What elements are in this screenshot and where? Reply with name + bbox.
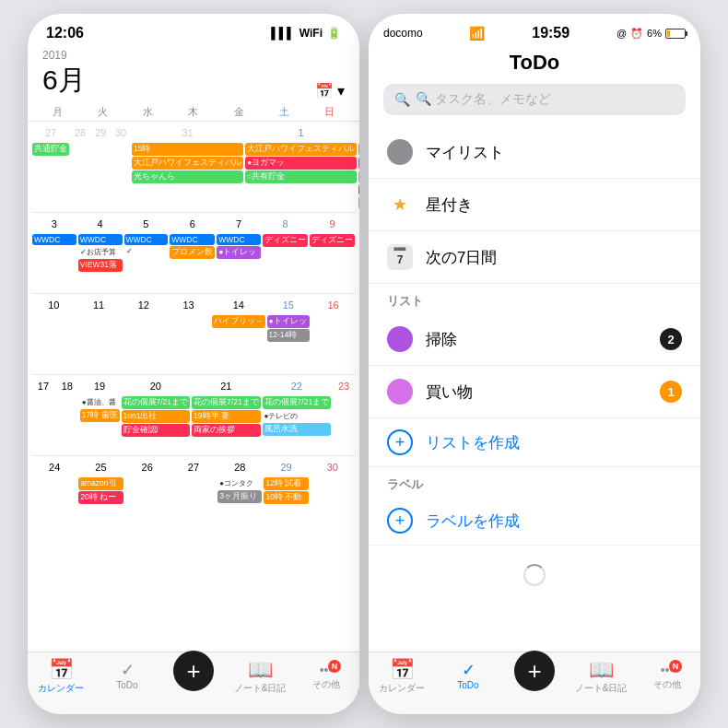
day-number: 3 bbox=[45, 215, 64, 233]
mylist-row[interactable]: マイリスト bbox=[369, 126, 700, 179]
day-number: 11 bbox=[89, 296, 108, 314]
cal-day[interactable]: 29 bbox=[90, 122, 111, 212]
cal-day[interactable]: 5 WWDC ✓ bbox=[123, 213, 170, 293]
kaimono-row[interactable]: 買い物 1 bbox=[369, 366, 700, 418]
battery-tip bbox=[686, 31, 687, 36]
day-number: 29 bbox=[277, 458, 296, 476]
kaimono-badge: 1 bbox=[660, 381, 682, 403]
cal-event: ●ヨガマッ bbox=[245, 157, 357, 170]
tab-calendar-label: カレンダー bbox=[38, 682, 84, 695]
cal-day[interactable]: 30 bbox=[111, 122, 131, 212]
status-right-icons: @ ⏰ 6% bbox=[616, 28, 686, 40]
lists-section-label: リスト bbox=[369, 284, 700, 313]
weekday-mon: 月 bbox=[35, 103, 80, 121]
notification-badge-left: N bbox=[328, 660, 341, 673]
tab-add-right[interactable]: + bbox=[501, 660, 568, 691]
cal-day[interactable]: 13 bbox=[166, 294, 211, 374]
day-number: 15 bbox=[279, 296, 298, 314]
signal-icon: ▌▌▌ bbox=[271, 27, 295, 40]
cal-day[interactable]: 3 WWDC bbox=[31, 213, 77, 293]
cal-day[interactable]: 29 12時 試着 10時 不動 bbox=[263, 456, 309, 537]
tab-notes-label-right: ノート&日記 bbox=[575, 682, 628, 695]
starred-row[interactable]: ★ 星付き bbox=[369, 179, 700, 231]
add-label-row[interactable]: + ラベルを作成 bbox=[369, 497, 700, 546]
add-list-row[interactable]: + リストを作成 bbox=[369, 418, 700, 467]
search-bar[interactable]: 🔍 🔍 タスク名、メモなど bbox=[383, 84, 686, 115]
cal-day[interactable]: 30 bbox=[310, 456, 356, 537]
tab-calendar-right[interactable]: 📅 カレンダー bbox=[369, 660, 435, 695]
cal-day[interactable]: 2 大江戸ハワイフェスティバル 色彩心理 SBI→ハイ SK サントリー bbox=[358, 122, 359, 212]
weekday-sun: 日 bbox=[307, 103, 352, 121]
calendar-week-2: 3 WWDC 4 WWDC ✓お店予算 VIEW31落 5 WWDC ✓ 6 W… bbox=[31, 213, 356, 294]
tab-todo-left[interactable]: ✓ ToDo bbox=[94, 660, 160, 690]
cal-day[interactable]: 17 bbox=[31, 375, 55, 455]
cal-event: amazon引 bbox=[78, 477, 123, 490]
cal-day[interactable]: 9 ディズニー bbox=[309, 213, 356, 293]
cal-day[interactable]: 18 bbox=[55, 375, 79, 455]
search-placeholder: 🔍 タスク名、メモなど bbox=[416, 91, 551, 108]
tab-todo-right[interactable]: ✓ ToDo bbox=[435, 660, 501, 690]
cal-day[interactable]: 16 bbox=[311, 294, 356, 374]
cal-day[interactable]: 23 bbox=[332, 375, 356, 455]
starred-label: 星付き bbox=[426, 194, 682, 216]
cal-day[interactable]: 1 大江戸ハワイフェスティバル ●ヨガマッ ○共有貯金 bbox=[244, 122, 358, 212]
cal-event: WWDC bbox=[170, 234, 215, 245]
cal-day[interactable]: 11 bbox=[76, 294, 122, 374]
add-button-right[interactable]: + bbox=[514, 651, 555, 691]
day-number: 6 bbox=[183, 215, 202, 233]
day-number: 24 bbox=[45, 458, 64, 476]
star-icon-container: ★ bbox=[387, 192, 413, 217]
weekday-thu: 木 bbox=[170, 103, 216, 121]
tab-notes-right[interactable]: 📖 ノート&日記 bbox=[568, 660, 634, 695]
souji-icon bbox=[387, 326, 413, 352]
add-label-icon: + bbox=[387, 508, 413, 534]
cal-day[interactable]: 24 bbox=[31, 456, 77, 537]
battery-pct: 6% bbox=[647, 28, 662, 39]
cal-day[interactable]: 4 WWDC ✓お店予算 VIEW31落 bbox=[77, 213, 123, 293]
day-number: 8 bbox=[276, 215, 295, 233]
cal-day[interactable]: 26 bbox=[124, 456, 170, 537]
tab-more-right[interactable]: ••• その他 N bbox=[634, 660, 700, 691]
cal-event: 光ちゃんら bbox=[132, 170, 243, 183]
cal-day[interactable]: 27 bbox=[170, 456, 217, 537]
chevron-down-icon[interactable]: ▾ bbox=[337, 82, 345, 100]
cal-day[interactable]: 7 WWDC ●トイレッ bbox=[216, 213, 262, 293]
souji-label: 掃除 bbox=[426, 329, 647, 350]
tab-more-left[interactable]: ••• その他 N bbox=[293, 660, 359, 691]
day-number: 26 bbox=[138, 458, 157, 476]
cal-day[interactable]: 31 15時 大江戸ハワイフェスティバル 光ちゃんら bbox=[131, 122, 244, 212]
calendar-header-right[interactable]: 📅 ▾ bbox=[315, 82, 345, 100]
cal-day[interactable]: 27 共通貯金 bbox=[31, 122, 70, 212]
day-number: 18 bbox=[58, 377, 76, 395]
cal-event: ハイブリッ→ bbox=[212, 315, 265, 328]
calendar-week-1: 27 共通貯金 28 29 30 31 15時 大江戸ハワイフェスティバル 光ち… bbox=[31, 122, 356, 213]
cal-day[interactable]: 28 ●コンタク 3ヶ月振り bbox=[217, 456, 263, 537]
next7days-row[interactable]: ▀▀▀ 7 次の7日間 bbox=[369, 231, 700, 284]
day-number: 31 bbox=[179, 123, 197, 142]
cal-day[interactable]: 14 ハイブリッ→ bbox=[211, 294, 266, 374]
calendar-nav-icon[interactable]: 📅 bbox=[315, 82, 334, 100]
cal-event: ✓ bbox=[124, 246, 169, 256]
status-icons-left: ▌▌▌ WiFi 🔋 bbox=[271, 27, 341, 40]
calendar-weekdays: 月 火 水 木 金 土 日 bbox=[28, 103, 359, 122]
day-number: 29 bbox=[91, 123, 110, 142]
calendar-week-4: 17 18 19 ●醤油、醤 17時 歯医 20 花の個展7/21まで 1on1… bbox=[31, 375, 356, 456]
cal-day[interactable]: 19 ●醤油、醤 17時 歯医 bbox=[79, 375, 121, 455]
souji-row[interactable]: 掃除 2 bbox=[369, 313, 700, 366]
cal-day[interactable]: 21 花の個展7/21まで 19時半 妻 両家の挨拶 bbox=[191, 375, 262, 455]
cal-day[interactable]: 28 bbox=[70, 122, 90, 212]
add-button-left[interactable]: + bbox=[173, 651, 214, 691]
cal-day[interactable]: 15 ●トイレッ 12-14時 bbox=[266, 294, 311, 374]
cal-day[interactable]: 6 WWDC ブロメン飲 bbox=[169, 213, 216, 293]
tab-calendar[interactable]: 📅 カレンダー bbox=[28, 660, 94, 695]
cal-day[interactable]: 12 bbox=[122, 294, 167, 374]
cal-day[interactable]: 25 amazon引 20時 ねー bbox=[77, 456, 123, 537]
cal-day[interactable]: 10 bbox=[31, 294, 76, 374]
calendar-month: 6月 bbox=[42, 62, 86, 100]
cal-day[interactable]: 8 ディズニー bbox=[262, 213, 309, 293]
cal-event: 20時 ねー bbox=[78, 491, 123, 504]
tab-notes-left[interactable]: 📖 ノート&日記 bbox=[227, 660, 293, 695]
cal-day[interactable]: 22 花の個展7/21まで ●テレビの 風呂水洗 bbox=[262, 375, 333, 455]
cal-day[interactable]: 20 花の個展7/21まで 1on1出社 貯金確認! bbox=[121, 375, 192, 455]
tab-add-left[interactable]: + bbox=[160, 660, 227, 691]
